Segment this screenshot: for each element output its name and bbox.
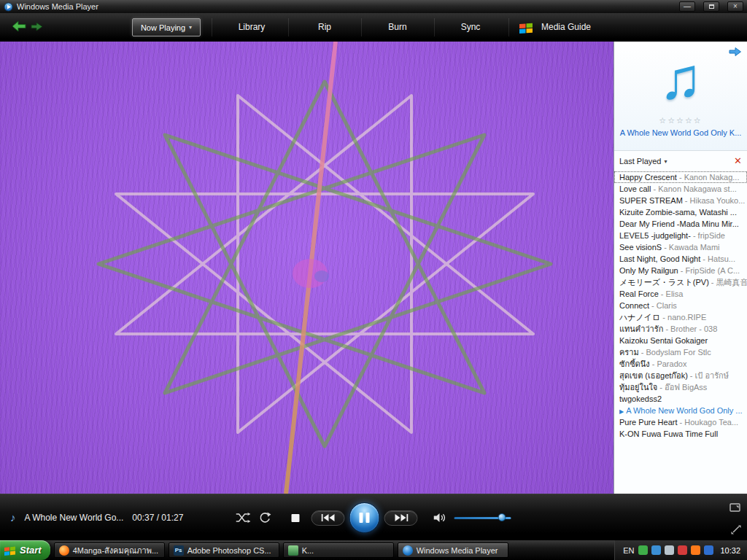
volume-slider[interactable] xyxy=(454,513,511,522)
playlist-item[interactable]: ทุ้มอยู่ในใจ - อ๊อฟ BigAss xyxy=(614,381,747,393)
playlist-item[interactable]: แทนคำว่ารัก - Brother - 038 xyxy=(614,323,747,335)
clear-list-button[interactable]: ✕ xyxy=(734,156,742,166)
shuffle-button[interactable] xyxy=(236,513,251,523)
update-shield-tray-icon[interactable] xyxy=(704,545,713,555)
playlist-item[interactable]: Dear My Friend -Mada Minu Mir... xyxy=(614,218,747,230)
track-title: Last Night, Good Night xyxy=(619,254,700,263)
track-artist: - Hatsu... xyxy=(700,254,735,263)
playlist-item[interactable]: ซักซี้ดนึง - Paradox xyxy=(614,358,747,370)
playlist-item[interactable]: Love call - Kanon Nakagawa st... xyxy=(614,183,747,195)
playlist-item[interactable]: ハナノイロ - nano.RIPE xyxy=(614,311,747,323)
taskbar-task[interactable]: Windows Media Player xyxy=(398,542,508,558)
playlist-item[interactable]: twgokedss2 xyxy=(614,393,747,405)
window-icon xyxy=(288,545,298,556)
playlist-item[interactable]: คราม - Bodyslam For Stlc xyxy=(614,346,747,358)
track-title: Kizuite Zombie-sama, Watashi ... xyxy=(619,208,737,217)
tab-media-guide[interactable]: Media Guide xyxy=(541,13,591,42)
start-button[interactable]: Start xyxy=(0,540,50,560)
taskbar-task[interactable]: Ps Adobe Photoshop CS... xyxy=(169,542,279,558)
play-pause-button[interactable] xyxy=(349,502,380,533)
chevron-down-icon[interactable]: ▾ xyxy=(664,158,667,165)
next-button[interactable] xyxy=(384,510,418,526)
time-display: 00:37 / 01:27 xyxy=(132,513,183,523)
minimize-button[interactable]: — xyxy=(679,1,695,12)
playlist-item[interactable]: Happy Crescent - Kanon Nakag... xyxy=(614,171,747,183)
close-button[interactable]: × xyxy=(727,1,743,12)
forward-button[interactable] xyxy=(31,22,43,31)
playlist-item[interactable]: Connect - Claris xyxy=(614,300,747,311)
tab-rip[interactable]: Rip xyxy=(309,13,340,42)
playlist-dropdown[interactable]: Last Played xyxy=(619,157,661,166)
media-info-panel: ♫ ☆☆☆☆☆ A Whole New World God Only K... xyxy=(614,42,747,151)
antivirus-tray-icon[interactable] xyxy=(638,545,648,555)
playlist-item[interactable]: Pure Pure Heart - Houkago Tea... xyxy=(614,416,747,428)
start-label: Start xyxy=(20,545,42,556)
playlist-item[interactable]: Kizuite Zombie-sama, Watashi ... xyxy=(614,206,747,218)
playlist-item[interactable]: สุดเขต (เธอgetก๊อk) - เป้ อารักษ์ xyxy=(614,370,747,381)
tab-separator xyxy=(434,18,435,36)
messenger-tray-icon[interactable] xyxy=(678,545,687,555)
track-title: Happy Crescent xyxy=(619,173,677,182)
playlist-item[interactable]: Kaizoku Sentai Gokaiger xyxy=(614,335,747,346)
track-artist: - Kanon Nakagawa st... xyxy=(651,184,736,193)
clock[interactable]: 10:32 xyxy=(720,546,740,555)
wmp-icon xyxy=(403,545,413,556)
tab-now-playing[interactable]: Now Playing ▾ xyxy=(132,18,201,36)
star-visualization xyxy=(0,42,614,494)
back-button[interactable] xyxy=(12,20,26,32)
previous-icon xyxy=(321,514,335,521)
repeat-button[interactable] xyxy=(260,512,271,524)
compact-mode-button[interactable] xyxy=(731,525,741,534)
tab-burn[interactable]: Burn xyxy=(379,13,415,42)
chevron-down-icon[interactable]: ▾ xyxy=(189,24,192,31)
media-info-arrow-icon[interactable] xyxy=(729,47,742,56)
task-label: 4Manga-สังคมคุณภาพ... xyxy=(73,544,159,557)
transport-track-label: A Whole New World Go... xyxy=(25,513,124,523)
playlist-item[interactable]: LEVEL5 -judgelight- - fripSide xyxy=(614,230,747,241)
track-artist: - Houkago Tea... xyxy=(677,418,738,427)
taskbar-task[interactable]: 4Manga-สังคมคุณภาพ... xyxy=(54,542,165,558)
track-title: คราม xyxy=(619,348,639,357)
rating-stars[interactable]: ☆☆☆☆☆ xyxy=(614,116,747,125)
next-icon xyxy=(394,514,408,521)
network-tray-icon[interactable] xyxy=(651,545,661,555)
track-artist: - Bodyslam For Stlc xyxy=(639,348,711,357)
playlist: Happy Crescent - Kanon Nakag... Love cal… xyxy=(614,171,747,440)
track-title: Dear My Friend -Mada Minu Mir... xyxy=(619,219,739,228)
track-title: แทนคำว่ารัก xyxy=(619,324,663,333)
playlist-item[interactable]: Real Force - Elisa xyxy=(614,288,747,300)
playlist-item[interactable]: メモリーズ・ラスト(PV) - 黒崎真音 xyxy=(614,276,747,288)
playlist-item[interactable]: SUPER STREAM - Hikasa Youko... xyxy=(614,195,747,206)
taskbar-task[interactable]: K... xyxy=(283,542,394,558)
previous-button[interactable] xyxy=(311,510,345,526)
full-screen-button[interactable] xyxy=(729,503,741,513)
mute-button[interactable] xyxy=(434,513,447,523)
tab-sync[interactable]: Sync xyxy=(452,13,489,42)
tab-library[interactable]: Library xyxy=(230,13,274,42)
language-indicator[interactable]: EN xyxy=(623,546,634,555)
volume-tray-icon[interactable] xyxy=(665,545,674,555)
taskbar-tasks: 4Manga-สังคมคุณภาพ... Ps Adobe Photoshop… xyxy=(50,540,615,560)
track-artist: - Hikasa Youko... xyxy=(683,196,746,205)
playlist-item[interactable]: ▶A Whole New World God Only ... xyxy=(614,405,747,416)
firefox-tray-icon[interactable] xyxy=(691,545,700,555)
volume-thumb[interactable] xyxy=(498,513,506,521)
playlist-item[interactable]: See visionS - Kawada Mami xyxy=(614,241,747,253)
track-title: Connect xyxy=(619,301,649,310)
track-artist: - เป้ อารักษ์ xyxy=(688,371,729,380)
playlist-item[interactable]: Last Night, Good Night - Hatsu... xyxy=(614,253,747,265)
track-title: สุดเขต (เธอgetก๊อk) xyxy=(619,371,688,380)
track-info: ♪ A Whole New World Go... 00:37 / 01:27 xyxy=(10,511,183,524)
track-title: Real Force xyxy=(619,289,659,298)
restore-button[interactable] xyxy=(703,1,719,12)
wmp-window: Windows Media Player — × Now Playing ▾ L… xyxy=(0,0,747,560)
playlist-item[interactable]: Only My Railgun - FripSide (A C... xyxy=(614,265,747,276)
track-artist: - Paradox xyxy=(650,359,687,368)
playlist-item[interactable]: K-ON Fuwa Fuwa Time Full xyxy=(614,428,747,440)
stop-button[interactable] xyxy=(292,514,300,522)
track-title: Only My Railgun xyxy=(619,266,678,275)
track-title: Kaizoku Sentai Gokaiger xyxy=(619,336,708,345)
now-playing-title-link[interactable]: A Whole New World God Only K... xyxy=(614,128,747,137)
visualization-pane[interactable] xyxy=(0,42,614,494)
tab-separator xyxy=(212,18,212,36)
